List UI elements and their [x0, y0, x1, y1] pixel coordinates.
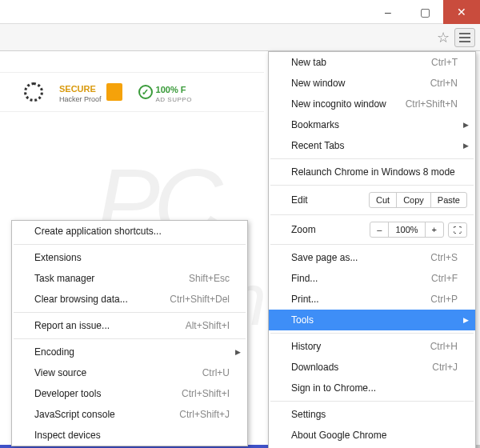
shortcut: Ctrl+T [431, 57, 458, 68]
menu-incognito[interactable]: New incognito windowCtrl+Shift+N [269, 94, 475, 114]
tools-submenu: Create application shortcuts... Extensio… [11, 220, 248, 446]
menu-recent-tabs[interactable]: Recent Tabs▶ [269, 135, 475, 156]
label: Clear browsing data... [34, 294, 128, 305]
label: About Google Chrome [291, 430, 386, 441]
zoom-label: Zoom [291, 224, 316, 235]
submenu-inspect-devices[interactable]: Inspect devices [12, 425, 247, 446]
chevron-right-icon: ▶ [463, 142, 469, 150]
label: Relaunch Chrome in Windows 8 mode [291, 166, 455, 178]
submenu-task-manager[interactable]: Task managerShift+Esc [12, 268, 247, 289]
separator [270, 333, 474, 334]
label: JavaScript console [34, 409, 115, 420]
shortcut: Shift+Esc [189, 273, 230, 284]
menu-save-page[interactable]: Save page as...Ctrl+S [269, 247, 475, 268]
zoom-in-button[interactable]: + [425, 222, 443, 237]
separator [270, 244, 474, 245]
supported-label: 100% F [156, 85, 186, 94]
menu-new-window[interactable]: New windowCtrl+N [269, 73, 475, 94]
label: Task manager [34, 273, 94, 284]
close-button[interactable]: ✕ [443, 0, 480, 24]
separator [270, 185, 474, 186]
menu-about[interactable]: About Google Chrome [269, 425, 475, 446]
shortcut: Ctrl+F [431, 273, 458, 284]
label: Print... [291, 294, 319, 305]
submenu-view-source[interactable]: View sourceCtrl+U [12, 362, 247, 383]
shortcut: Ctrl+J [432, 362, 458, 373]
menu-signin[interactable]: Sign in to Chrome... [269, 378, 475, 398]
browser-toolbar: ☆ [0, 24, 480, 51]
label: Sign in to Chrome... [291, 382, 376, 394]
label: Encoding [34, 346, 74, 358]
separator [270, 401, 474, 402]
copy-button[interactable]: Copy [396, 193, 430, 207]
shortcut: Ctrl+Shift+I [182, 388, 230, 399]
submenu-extensions[interactable]: Extensions [12, 247, 247, 268]
separator [14, 244, 246, 245]
chevron-right-icon: ▶ [235, 348, 241, 356]
shortcut: Ctrl+U [202, 367, 230, 378]
shortcut: Alt+Shift+I [186, 320, 230, 331]
cut-button[interactable]: Cut [370, 193, 396, 207]
separator [270, 214, 474, 215]
separator [14, 338, 246, 339]
shortcut: Ctrl+H [430, 341, 458, 352]
supported-badge: ✓ 100% F AD SUPPO [138, 82, 192, 103]
submenu-encoding[interactable]: Encoding▶ [12, 342, 247, 362]
zoom-out-button[interactable]: – [370, 222, 388, 237]
minimize-button[interactable]: – [370, 0, 406, 24]
label: Create application shortcuts... [34, 226, 162, 237]
menu-print[interactable]: Print...Ctrl+P [269, 289, 475, 310]
fullscreen-button[interactable]: ⛶ [448, 222, 467, 238]
label: Save page as... [291, 252, 358, 263]
chevron-right-icon: ▶ [463, 121, 469, 129]
submenu-app-shortcuts[interactable]: Create application shortcuts... [12, 221, 247, 242]
menu-tools[interactable]: Tools▶ [269, 310, 475, 330]
menu-settings[interactable]: Settings [269, 404, 475, 425]
label: Report an issue... [34, 320, 110, 331]
label: Tools [291, 314, 314, 326]
label: Bookmarks [291, 119, 339, 130]
menu-bookmarks[interactable]: Bookmarks▶ [269, 114, 475, 135]
maximize-button[interactable]: ▢ [406, 0, 443, 24]
label: Find... [291, 273, 318, 284]
label: New window [291, 78, 345, 89]
bookmark-star-icon[interactable]: ☆ [437, 29, 450, 46]
menu-zoom-row: Zoom – 100% + ⛶ [269, 218, 475, 242]
menu-find[interactable]: Find...Ctrl+F [269, 268, 475, 289]
separator [270, 158, 474, 159]
menu-new-tab[interactable]: New tabCtrl+T [269, 52, 475, 73]
ad-banner: SECURE Hacker Proof ✓ 100% F AD SUPPO [0, 72, 264, 112]
menu-history[interactable]: HistoryCtrl+H [269, 336, 475, 357]
label: Downloads [291, 362, 338, 373]
separator [14, 312, 246, 313]
chrome-menu-button[interactable] [454, 28, 475, 47]
label: Inspect devices [34, 430, 101, 441]
chrome-main-menu: New tabCtrl+T New windowCtrl+N New incog… [268, 51, 476, 448]
label: Extensions [34, 252, 82, 263]
checkmark-icon: ✓ [138, 85, 153, 99]
chevron-right-icon: ▶ [463, 316, 469, 324]
label: New tab [291, 57, 326, 68]
label: History [291, 341, 321, 352]
submenu-dev-tools[interactable]: Developer toolsCtrl+Shift+I [12, 383, 247, 404]
menu-downloads[interactable]: DownloadsCtrl+J [269, 357, 475, 378]
shortcut: Ctrl+N [430, 78, 458, 89]
label: Developer tools [34, 388, 101, 399]
menu-relaunch-win8[interactable]: Relaunch Chrome in Windows 8 mode [269, 162, 475, 182]
label: Settings [291, 409, 326, 420]
secure-label: SECURE [59, 84, 96, 94]
label: New incognito window [291, 98, 386, 110]
lock-icon [106, 83, 122, 101]
spinner-icon [24, 82, 43, 102]
submenu-clear-data[interactable]: Clear browsing data...Ctrl+Shift+Del [12, 289, 247, 310]
edit-button-group: Cut Copy Paste [369, 192, 467, 208]
shortcut: Ctrl+Shift+J [179, 409, 230, 420]
shortcut: Ctrl+Shift+N [406, 98, 458, 110]
submenu-report-issue[interactable]: Report an issue...Alt+Shift+I [12, 315, 247, 336]
shortcut: Ctrl+Shift+Del [170, 294, 230, 305]
paste-button[interactable]: Paste [430, 193, 466, 207]
secure-sublabel: Hacker Proof [59, 95, 102, 103]
submenu-js-console[interactable]: JavaScript consoleCtrl+Shift+J [12, 404, 247, 425]
zoom-value: 100% [388, 222, 424, 237]
label: Recent Tabs [291, 140, 345, 151]
